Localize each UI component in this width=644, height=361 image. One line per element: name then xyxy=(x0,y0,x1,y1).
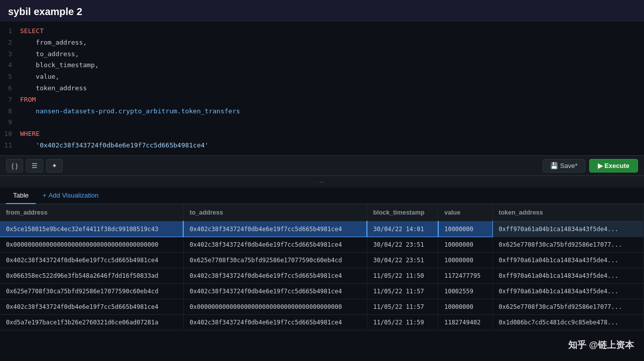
drag-handle[interactable]: ⸺ xyxy=(0,176,644,188)
line-number-5: 5 xyxy=(0,72,20,82)
code-content-11: '0x402c38f343724f0db4e6e19f7cc5d665b4981… xyxy=(20,140,209,151)
table-row: 0x402c38f343724f0db4e6e19f7cc5d665b4981c… xyxy=(0,299,644,314)
cell-to_address: 0x402c38f343724f0db4e6e19f7cc5d665b4981c… xyxy=(183,237,367,252)
cell-from_address: 0x402c38f343724f0db4e6e19f7cc5d665b4981c… xyxy=(0,299,183,314)
cell-token_address: 0xff970a61a04b1ca14834a43f5de4... xyxy=(492,252,644,268)
star-icon: ✦ xyxy=(52,162,57,169)
cell-block_timestamp: 30/04/22 23:51 xyxy=(367,237,438,252)
col-header-value: value xyxy=(438,204,492,222)
cell-from_address: 0x625e7708f30ca75bfd92586e17077590c60eb4… xyxy=(0,283,183,299)
cell-block_timestamp: 30/04/22 14:01 xyxy=(367,221,438,237)
table-row: 0x402c38f343724f0db4e6e19f7cc5d665b4981c… xyxy=(0,252,644,268)
cell-token_address: 0xff970a61a04b1ca14834a43f5de4... xyxy=(492,268,644,283)
add-viz-label: Add Visualization xyxy=(49,192,99,199)
code-line-7: 7 FROM xyxy=(0,94,644,106)
line-number-1: 1 xyxy=(0,26,20,37)
col-header-to-address: to_address xyxy=(183,204,367,222)
cell-value: 1172477795 xyxy=(438,268,492,283)
code-editor[interactable]: 1 SELECT 2 from_address, 3 to_address, 4… xyxy=(0,22,644,156)
code-content-4: block_timestamp, xyxy=(20,60,99,71)
editor-toolbar: { } ☰ ✦ 💾 Save* ▶ Execute xyxy=(0,156,644,176)
cell-block_timestamp: 11/05/22 11:57 xyxy=(367,283,438,299)
code-line-8: 8 nansen-datasets-prod.crypto_arbitrum.t… xyxy=(0,106,644,117)
cell-block_timestamp: 11/05/22 11:50 xyxy=(367,268,438,283)
code-content-7: FROM xyxy=(20,95,36,105)
json-format-button[interactable]: { } xyxy=(6,159,23,172)
cell-value: 10002559 xyxy=(438,283,492,299)
code-line-9: 9 xyxy=(0,117,644,128)
code-content-3: to_address, xyxy=(20,49,79,60)
code-line-3: 3 to_address, xyxy=(0,49,644,60)
page-header: sybil example 2 xyxy=(0,0,644,22)
code-content-8: nansen-datasets-prod.crypto_arbitrum.tok… xyxy=(20,106,240,117)
code-line-2: 2 from_address, xyxy=(0,37,644,49)
cell-to_address: 0x402c38f343724f0db4e6e19f7cc5d665b4981c… xyxy=(183,283,367,299)
execute-label: ▶ Execute xyxy=(598,162,629,169)
results-tabs: Table + Add Visualization xyxy=(0,188,644,204)
drag-handle-icon: ⸺ xyxy=(319,178,325,186)
line-number-8: 8 xyxy=(0,106,20,117)
cell-from_address: 0x5ce158015e9bc4ec32ef4411f38dc99108519c… xyxy=(0,221,183,237)
plus-icon: + xyxy=(43,192,47,199)
code-line-6: 6 token_address xyxy=(0,83,644,94)
results-table: from_address to_address block_timestamp … xyxy=(0,204,644,330)
table-row: 0x625e7708f30ca75bfd92586e17077590c60eb4… xyxy=(0,283,644,299)
cell-from_address: 0x066358ec522d96e3fb548a2646f7dd16f50833… xyxy=(0,268,183,283)
table-icon: ☰ xyxy=(32,162,38,169)
cell-token_address: 0xff970a61a04b1ca14834a43f5de4... xyxy=(492,221,644,237)
cell-token_address: 0x625e7708f30ca75bfd92586e17077... xyxy=(492,237,644,252)
code-content-1: SELECT xyxy=(20,26,44,37)
col-header-from-address: from_address xyxy=(0,204,183,222)
code-line-5: 5 value, xyxy=(0,71,644,83)
cell-to_address: 0x402c38f343724f0db4e6e19f7cc5d665b4981c… xyxy=(183,314,367,330)
cell-block_timestamp: 11/05/22 11:57 xyxy=(367,299,438,314)
results-table-container[interactable]: from_address to_address block_timestamp … xyxy=(0,204,644,361)
cell-value: 10000000 xyxy=(438,299,492,314)
toolbar-left: { } ☰ ✦ xyxy=(6,159,63,172)
cell-to_address: 0x625e7708f30ca75bfd92586e17077590c60eb4… xyxy=(183,252,367,268)
page-title: sybil example 2 xyxy=(8,6,636,18)
table-row: 0x5ce158015e9bc4ec32ef4411f38dc99108519c… xyxy=(0,221,644,237)
save-icon: 💾 xyxy=(550,162,558,169)
results-area: Table + Add Visualization from_address t… xyxy=(0,188,644,361)
code-line-10: 10 WHERE xyxy=(0,128,644,140)
cell-to_address: 0x402c38f343724f0db4e6e19f7cc5d665b4981c… xyxy=(183,221,367,237)
line-number-9: 9 xyxy=(0,117,20,128)
cell-to_address: 0x00000000000000000000000000000000000000… xyxy=(183,299,367,314)
save-label: Save* xyxy=(560,162,578,169)
cell-token_address: 0xff970a61a04b1ca14834a43f5de4... xyxy=(492,283,644,299)
code-content-6: token_address xyxy=(20,83,87,94)
table-header-row: from_address to_address block_timestamp … xyxy=(0,204,644,222)
cell-token_address: 0x625e7708f30ca75bfd92586e17077... xyxy=(492,299,644,314)
cell-block_timestamp: 30/04/22 23:51 xyxy=(367,252,438,268)
json-icon: { } xyxy=(12,162,18,169)
cell-from_address: 0xd5a7e197bace1f3b26e2760321d6ce06ad0728… xyxy=(0,314,183,330)
code-line-11: 11 '0x402c38f343724f0db4e6e19f7cc5d665b4… xyxy=(0,140,644,151)
cell-token_address: 0x1d086bc7cd5c481dcc9c85ebe478... xyxy=(492,314,644,330)
table-row: 0xd5a7e197bace1f3b26e2760321d6ce06ad0728… xyxy=(0,314,644,330)
save-button[interactable]: 💾 Save* xyxy=(543,159,585,172)
table-format-button[interactable]: ☰ xyxy=(26,159,43,172)
line-number-3: 3 xyxy=(0,49,20,60)
cell-to_address: 0x402c38f343724f0db4e6e19f7cc5d665b4981c… xyxy=(183,268,367,283)
code-line-1: 1 SELECT xyxy=(0,26,644,37)
cell-from_address: 0x402c38f343724f0db4e6e19f7cc5d665b4981c… xyxy=(0,252,183,268)
toolbar-right: 💾 Save* ▶ Execute xyxy=(543,159,638,172)
line-number-10: 10 xyxy=(0,129,20,139)
tab-table[interactable]: Table xyxy=(6,188,36,204)
star-button[interactable]: ✦ xyxy=(46,159,63,172)
cell-block_timestamp: 11/05/22 11:59 xyxy=(367,314,438,330)
line-number-2: 2 xyxy=(0,38,20,48)
watermark: 知乎 @链上资本 xyxy=(568,339,634,351)
code-content-5: value, xyxy=(20,72,59,82)
tab-table-label: Table xyxy=(13,192,29,199)
cell-value: 10000000 xyxy=(438,237,492,252)
add-visualization-button[interactable]: + Add Visualization xyxy=(38,188,103,203)
line-number-7: 7 xyxy=(0,95,20,105)
code-content-10: WHERE xyxy=(20,129,40,139)
execute-button[interactable]: ▶ Execute xyxy=(589,159,638,172)
cell-value: 1182749402 xyxy=(438,314,492,330)
cell-value: 10000000 xyxy=(438,252,492,268)
cell-value: 10000000 xyxy=(438,221,492,237)
cell-from_address: 0x00000000000000000000000000000000000000… xyxy=(0,237,183,252)
